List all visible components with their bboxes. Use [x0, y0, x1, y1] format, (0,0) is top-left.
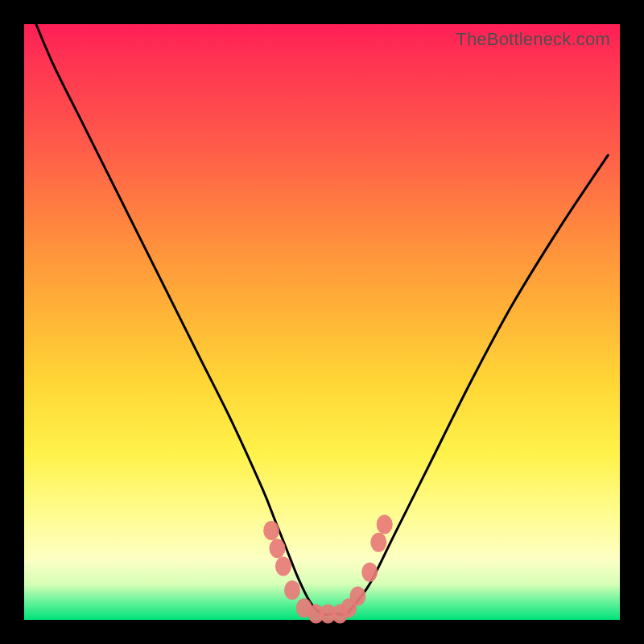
curve-path — [36, 24, 608, 615]
curve-marker — [349, 586, 365, 605]
curve-marker — [263, 521, 279, 540]
bottleneck-curve — [24, 24, 620, 620]
curve-marker — [361, 563, 378, 582]
curve-marker — [377, 515, 393, 535]
curve-marker — [270, 539, 286, 558]
curve-marker — [370, 533, 386, 552]
curve-marker — [275, 556, 291, 576]
plot-area: TheBottleneck.com — [24, 24, 620, 620]
chart-frame: TheBottleneck.com — [0, 0, 644, 644]
curve-marker — [284, 580, 300, 600]
curve-markers — [263, 515, 393, 624]
